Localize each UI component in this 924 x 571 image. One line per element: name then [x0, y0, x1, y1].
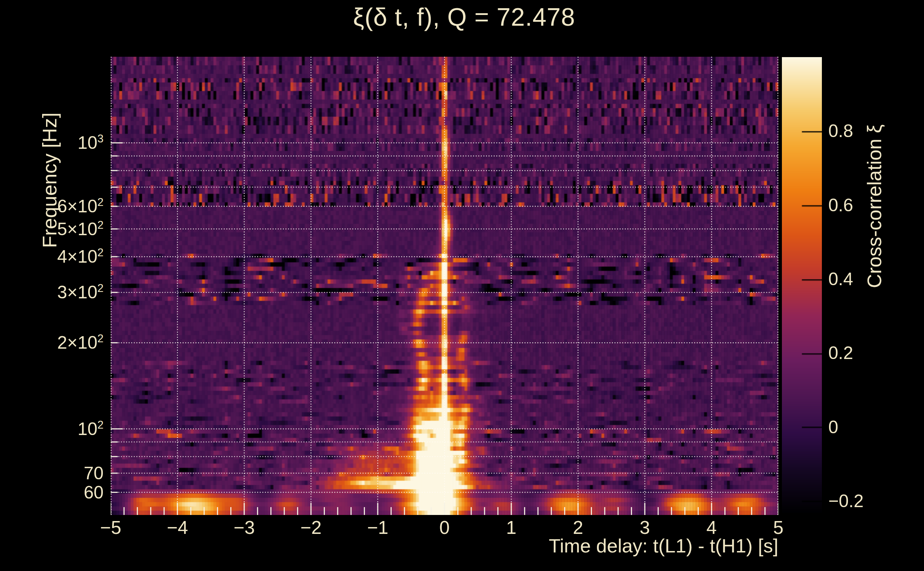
y-tick-label: 4×102	[22, 246, 104, 267]
figure-root: ξ(δ t, f), Q = 72.478 Frequency [Hz] 103…	[0, 0, 924, 571]
x-tick-label: −1	[349, 517, 406, 538]
colorbar	[782, 57, 822, 513]
colorbar-tick-label: 0.6	[828, 195, 853, 216]
y-tick-label: 102	[22, 418, 104, 439]
colorbar-tick-label: −0.2	[828, 491, 864, 511]
y-tick-label: 5×102	[22, 219, 104, 239]
y-tick-label: 70	[22, 463, 104, 483]
y-tick-label: 3×102	[22, 282, 104, 302]
x-axis-title: Time delay: t(L1) - t(H1) [s]	[549, 535, 778, 557]
colorbar-tick-label: 0.4	[828, 269, 853, 289]
x-tick-label: −5	[82, 517, 139, 538]
colorbar-title: Cross-correlation ξ	[863, 125, 886, 289]
x-tick-label: −2	[283, 517, 340, 538]
y-tick-label: 60	[22, 482, 104, 503]
y-tick-label: 6×102	[22, 196, 104, 217]
x-tick-label: −4	[149, 517, 206, 538]
x-tick-label: −3	[216, 517, 273, 538]
colorbar-tick-label: 0	[828, 417, 838, 438]
gridlines-ticks-overlay-canvas	[111, 57, 778, 515]
x-tick-label: 0	[416, 517, 473, 538]
colorbar-tick-label: 0.2	[828, 343, 853, 363]
y-tick-label: 2×102	[22, 332, 104, 353]
chart-title: ξ(δ t, f), Q = 72.478	[130, 3, 798, 31]
x-tick-label: 1	[483, 517, 540, 538]
colorbar-tick-label: 0.8	[828, 120, 853, 141]
y-tick-label: 103	[22, 133, 104, 153]
